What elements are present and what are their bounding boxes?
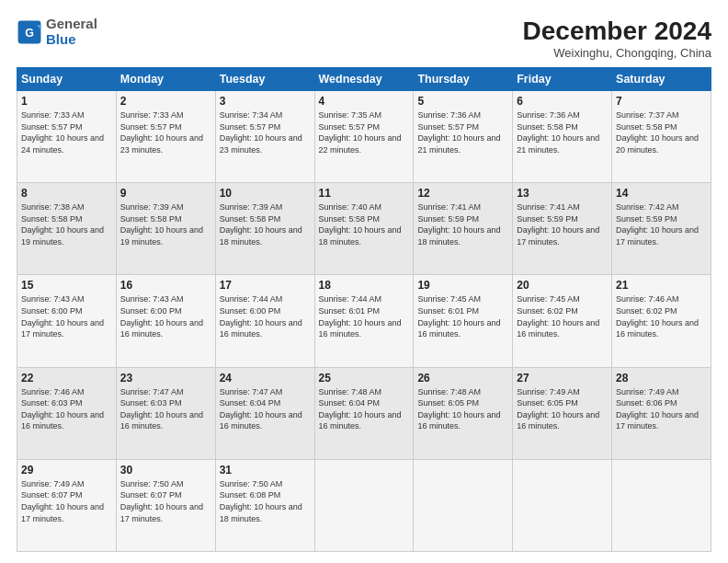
calendar-cell: 5 Sunrise: 7:36 AMSunset: 5:57 PMDayligh… (414, 91, 513, 183)
cell-info: Sunrise: 7:37 AMSunset: 5:58 PMDaylight:… (616, 110, 699, 155)
cell-info: Sunrise: 7:46 AMSunset: 6:03 PMDaylight:… (21, 387, 104, 431)
cell-info: Sunrise: 7:49 AMSunset: 6:07 PMDaylight:… (21, 479, 104, 523)
calendar-page: G General Blue December 2024 Weixinghu, … (0, 0, 728, 563)
day-number: 7 (616, 95, 707, 108)
cell-info: Sunrise: 7:40 AMSunset: 5:58 PMDaylight:… (319, 202, 402, 247)
day-number: 30 (120, 464, 211, 477)
day-number: 14 (616, 187, 707, 200)
calendar-cell: 16 Sunrise: 7:43 AMSunset: 6:00 PMDaylig… (116, 275, 215, 367)
day-number: 16 (120, 279, 211, 292)
svg-text:G: G (25, 26, 34, 39)
cell-info: Sunrise: 7:35 AMSunset: 5:57 PMDaylight:… (319, 110, 402, 155)
calendar-cell: 11 Sunrise: 7:40 AMSunset: 5:58 PMDaylig… (314, 183, 414, 275)
cell-info: Sunrise: 7:46 AMSunset: 6:02 PMDaylight:… (616, 294, 699, 339)
calendar-cell: 7 Sunrise: 7:37 AMSunset: 5:58 PMDayligh… (612, 91, 711, 183)
logo: G General Blue (17, 17, 97, 47)
day-number: 17 (220, 279, 311, 292)
cell-info: Sunrise: 7:50 AMSunset: 6:07 PMDaylight:… (120, 479, 203, 523)
logo-icon: G (17, 19, 42, 45)
day-number: 22 (21, 372, 112, 385)
calendar-cell: 4 Sunrise: 7:35 AMSunset: 5:57 PMDayligh… (314, 91, 414, 183)
day-number: 18 (319, 279, 410, 292)
cell-info: Sunrise: 7:44 AMSunset: 6:01 PMDaylight:… (319, 294, 402, 339)
header-saturday: Saturday (612, 68, 711, 91)
day-number: 23 (120, 372, 211, 385)
day-number: 28 (616, 372, 707, 385)
calendar-cell: 13 Sunrise: 7:41 AMSunset: 5:59 PMDaylig… (513, 183, 612, 275)
location: Weixinghu, Chongqing, China (523, 46, 711, 60)
day-number: 13 (517, 187, 608, 200)
cell-info: Sunrise: 7:43 AMSunset: 6:00 PMDaylight:… (120, 294, 203, 339)
calendar-cell: 20 Sunrise: 7:45 AMSunset: 6:02 PMDaylig… (513, 275, 612, 367)
day-number: 24 (220, 372, 311, 385)
calendar-cell (314, 459, 414, 551)
day-number: 25 (319, 372, 410, 385)
day-number: 10 (220, 187, 311, 200)
calendar-cell: 8 Sunrise: 7:38 AMSunset: 5:58 PMDayligh… (17, 183, 117, 275)
cell-info: Sunrise: 7:36 AMSunset: 5:58 PMDaylight:… (517, 110, 599, 155)
calendar-week-3: 22 Sunrise: 7:46 AMSunset: 6:03 PMDaylig… (17, 367, 711, 459)
calendar-cell: 24 Sunrise: 7:47 AMSunset: 6:04 PMDaylig… (215, 367, 314, 459)
day-number: 2 (120, 95, 211, 108)
day-number: 19 (417, 279, 508, 292)
calendar-cell: 17 Sunrise: 7:44 AMSunset: 6:00 PMDaylig… (215, 275, 314, 367)
calendar-cell: 6 Sunrise: 7:36 AMSunset: 5:58 PMDayligh… (513, 91, 612, 183)
cell-info: Sunrise: 7:47 AMSunset: 6:04 PMDaylight:… (220, 387, 302, 431)
header-friday: Friday (513, 68, 612, 91)
cell-info: Sunrise: 7:49 AMSunset: 6:06 PMDaylight:… (616, 387, 699, 431)
cell-info: Sunrise: 7:38 AMSunset: 5:58 PMDaylight:… (21, 202, 104, 247)
calendar-cell: 10 Sunrise: 7:39 AMSunset: 5:58 PMDaylig… (215, 183, 314, 275)
calendar-cell: 26 Sunrise: 7:48 AMSunset: 6:05 PMDaylig… (414, 367, 513, 459)
day-number: 11 (319, 187, 410, 200)
calendar-cell: 14 Sunrise: 7:42 AMSunset: 5:59 PMDaylig… (612, 183, 711, 275)
day-number: 1 (21, 95, 112, 108)
cell-info: Sunrise: 7:42 AMSunset: 5:59 PMDaylight:… (616, 202, 699, 247)
cell-info: Sunrise: 7:41 AMSunset: 5:59 PMDaylight:… (417, 202, 500, 247)
header-tuesday: Tuesday (215, 68, 314, 91)
header-wednesday: Wednesday (314, 68, 414, 91)
calendar-table: SundayMondayTuesdayWednesdayThursdayFrid… (17, 67, 711, 552)
day-number: 9 (120, 187, 211, 200)
calendar-cell: 29 Sunrise: 7:49 AMSunset: 6:07 PMDaylig… (17, 459, 117, 551)
calendar-cell: 31 Sunrise: 7:50 AMSunset: 6:08 PMDaylig… (215, 459, 314, 551)
calendar-cell: 19 Sunrise: 7:45 AMSunset: 6:01 PMDaylig… (414, 275, 513, 367)
calendar-cell: 25 Sunrise: 7:48 AMSunset: 6:04 PMDaylig… (314, 367, 414, 459)
calendar-cell: 21 Sunrise: 7:46 AMSunset: 6:02 PMDaylig… (612, 275, 711, 367)
day-number: 12 (417, 187, 508, 200)
day-number: 15 (21, 279, 112, 292)
header-sunday: Sunday (17, 68, 117, 91)
day-number: 3 (220, 95, 311, 108)
calendar-cell: 12 Sunrise: 7:41 AMSunset: 5:59 PMDaylig… (414, 183, 513, 275)
cell-info: Sunrise: 7:36 AMSunset: 5:57 PMDaylight:… (417, 110, 500, 155)
cell-info: Sunrise: 7:48 AMSunset: 6:04 PMDaylight:… (319, 387, 402, 431)
calendar-cell (513, 459, 612, 551)
calendar-cell: 28 Sunrise: 7:49 AMSunset: 6:06 PMDaylig… (612, 367, 711, 459)
cell-info: Sunrise: 7:50 AMSunset: 6:08 PMDaylight:… (220, 479, 302, 523)
cell-info: Sunrise: 7:45 AMSunset: 6:01 PMDaylight:… (417, 294, 500, 339)
calendar-cell: 3 Sunrise: 7:34 AMSunset: 5:57 PMDayligh… (215, 91, 314, 183)
header-thursday: Thursday (414, 68, 513, 91)
header: G General Blue December 2024 Weixinghu, … (17, 17, 711, 60)
calendar-cell: 1 Sunrise: 7:33 AMSunset: 5:57 PMDayligh… (17, 91, 117, 183)
calendar-cell: 27 Sunrise: 7:49 AMSunset: 6:05 PMDaylig… (513, 367, 612, 459)
calendar-cell: 15 Sunrise: 7:43 AMSunset: 6:00 PMDaylig… (17, 275, 117, 367)
logo-text: General Blue (46, 17, 97, 47)
header-monday: Monday (116, 68, 215, 91)
day-number: 6 (517, 95, 608, 108)
cell-info: Sunrise: 7:33 AMSunset: 5:57 PMDaylight:… (120, 110, 203, 155)
month-title: December 2024 (523, 17, 711, 46)
cell-info: Sunrise: 7:47 AMSunset: 6:03 PMDaylight:… (120, 387, 203, 431)
day-number: 29 (21, 464, 112, 477)
calendar-week-4: 29 Sunrise: 7:49 AMSunset: 6:07 PMDaylig… (17, 459, 711, 551)
cell-info: Sunrise: 7:45 AMSunset: 6:02 PMDaylight:… (517, 294, 599, 339)
calendar-cell (414, 459, 513, 551)
calendar-cell: 30 Sunrise: 7:50 AMSunset: 6:07 PMDaylig… (116, 459, 215, 551)
cell-info: Sunrise: 7:39 AMSunset: 5:58 PMDaylight:… (120, 202, 203, 247)
calendar-cell: 22 Sunrise: 7:46 AMSunset: 6:03 PMDaylig… (17, 367, 117, 459)
cell-info: Sunrise: 7:44 AMSunset: 6:00 PMDaylight:… (220, 294, 302, 339)
calendar-cell: 2 Sunrise: 7:33 AMSunset: 5:57 PMDayligh… (116, 91, 215, 183)
day-number: 20 (517, 279, 608, 292)
title-block: December 2024 Weixinghu, Chongqing, Chin… (523, 17, 711, 60)
day-number: 26 (417, 372, 508, 385)
calendar-cell: 23 Sunrise: 7:47 AMSunset: 6:03 PMDaylig… (116, 367, 215, 459)
